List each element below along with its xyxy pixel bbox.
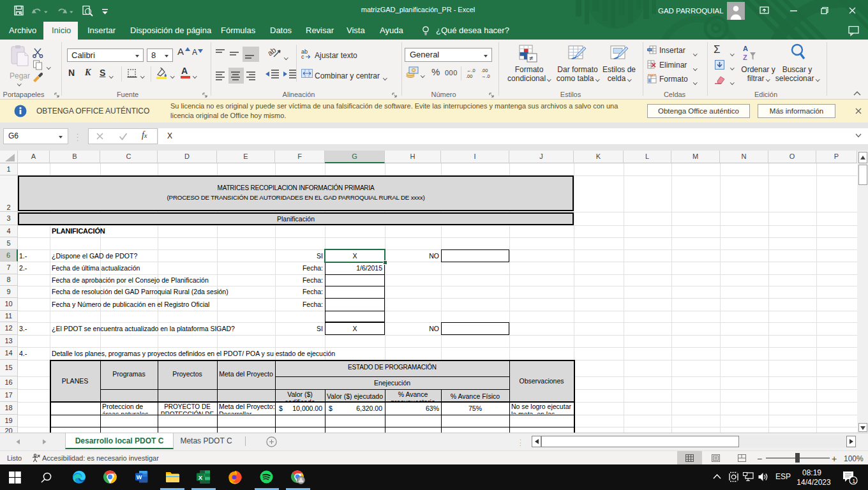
svg-text:X: X — [198, 474, 203, 481]
svg-text:.00: .00 — [466, 73, 472, 79]
svg-text:c: c — [301, 54, 304, 59]
svg-text:≠: ≠ — [529, 54, 533, 62]
svg-text:Z: Z — [743, 54, 747, 61]
svg-text:1: 1 — [852, 478, 855, 484]
svg-text:→.0: →.0 — [481, 73, 490, 79]
svg-text:A: A — [743, 45, 748, 52]
svg-text:W: W — [137, 474, 142, 480]
